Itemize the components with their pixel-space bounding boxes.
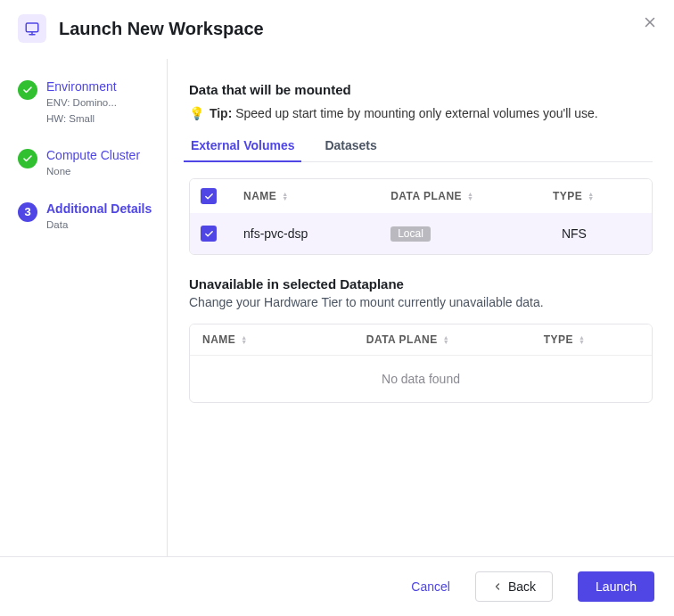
- step-title: Compute Cluster: [46, 147, 140, 163]
- step-environment[interactable]: Environment ENV: Domino... HW: Small: [18, 78, 156, 126]
- tab-datasets[interactable]: Datasets: [323, 133, 378, 161]
- lightbulb-icon: 💡: [189, 106, 204, 120]
- col-type[interactable]: TYPE ▲▼: [544, 333, 639, 346]
- step-number-icon: 3: [18, 202, 37, 222]
- volumes-table: NAME ▲▼ DATA PLANE ▲▼ TYPE ▲▼: [189, 178, 653, 255]
- step-subtitle: ENV: Domino...: [46, 96, 117, 111]
- unavailable-heading: Unavailable in selected Dataplane: [189, 276, 653, 292]
- tip-text: 💡 Tip: Speed up start time by mounting o…: [189, 106, 653, 120]
- section-heading: Data that will be mounted: [189, 82, 653, 97]
- check-icon: [18, 80, 37, 100]
- main-panel: Data that will be mounted 💡 Tip: Speed u…: [168, 59, 674, 556]
- modal-footer: Cancel Back Launch: [0, 556, 674, 616]
- sort-icon: ▲▼: [241, 335, 247, 344]
- sort-icon: ▲▼: [579, 335, 585, 344]
- step-title: Environment: [46, 78, 117, 94]
- sort-icon: ▲▼: [443, 335, 449, 344]
- empty-state: No data found: [190, 355, 652, 402]
- modal-title: Launch New Workspace: [59, 19, 264, 39]
- tabs: External Volumes Datasets: [189, 133, 653, 162]
- unavailable-subtitle: Change your Hardware Tier to mount curre…: [189, 295, 653, 309]
- sort-icon: ▲▼: [588, 192, 594, 201]
- dataplane-badge: Local: [390, 226, 431, 242]
- volume-type: NFS: [553, 226, 641, 241]
- check-icon: [18, 149, 37, 168]
- step-compute-cluster[interactable]: Compute Cluster None: [18, 147, 156, 179]
- modal-header: Launch New Workspace: [0, 0, 674, 59]
- step-subtitle: HW: Small: [46, 112, 117, 127]
- sort-icon: ▲▼: [467, 192, 473, 201]
- unavailable-table: NAME ▲▼ DATA PLANE ▲▼ TYPE ▲▼ No data fo…: [189, 324, 653, 403]
- step-subtitle: Data: [46, 218, 152, 233]
- col-name[interactable]: NAME ▲▼: [243, 190, 390, 202]
- volume-name: nfs-pvc-dsp: [243, 226, 390, 241]
- col-name[interactable]: NAME ▲▼: [202, 333, 366, 346]
- svg-rect-0: [26, 23, 38, 32]
- table-header: NAME ▲▼ DATA PLANE ▲▼ TYPE ▲▼: [190, 179, 652, 213]
- col-dataplane[interactable]: DATA PLANE ▲▼: [366, 333, 544, 346]
- table-header: NAME ▲▼ DATA PLANE ▲▼ TYPE ▲▼: [190, 324, 652, 355]
- table-row: nfs-pvc-dsp Local NFS: [190, 213, 652, 254]
- volume-dataplane: Local: [390, 226, 553, 242]
- workspace-icon: [18, 14, 46, 43]
- close-icon[interactable]: [642, 14, 658, 33]
- sort-icon: ▲▼: [282, 192, 288, 201]
- row-checkbox[interactable]: [201, 226, 217, 242]
- chevron-left-icon: [492, 581, 503, 592]
- wizard-sidebar: Environment ENV: Domino... HW: Small Com…: [0, 59, 168, 556]
- step-additional-details[interactable]: 3 Additional Details Data: [18, 201, 156, 233]
- step-title: Additional Details: [46, 201, 152, 217]
- tab-external-volumes[interactable]: External Volumes: [189, 133, 296, 161]
- cancel-button[interactable]: Cancel: [411, 579, 450, 594]
- back-button[interactable]: Back: [475, 571, 553, 602]
- launch-button[interactable]: Launch: [578, 571, 654, 602]
- col-type[interactable]: TYPE ▲▼: [553, 190, 641, 202]
- col-dataplane[interactable]: DATA PLANE ▲▼: [390, 190, 553, 202]
- select-all-checkbox[interactable]: [201, 188, 217, 204]
- step-subtitle: None: [46, 165, 140, 179]
